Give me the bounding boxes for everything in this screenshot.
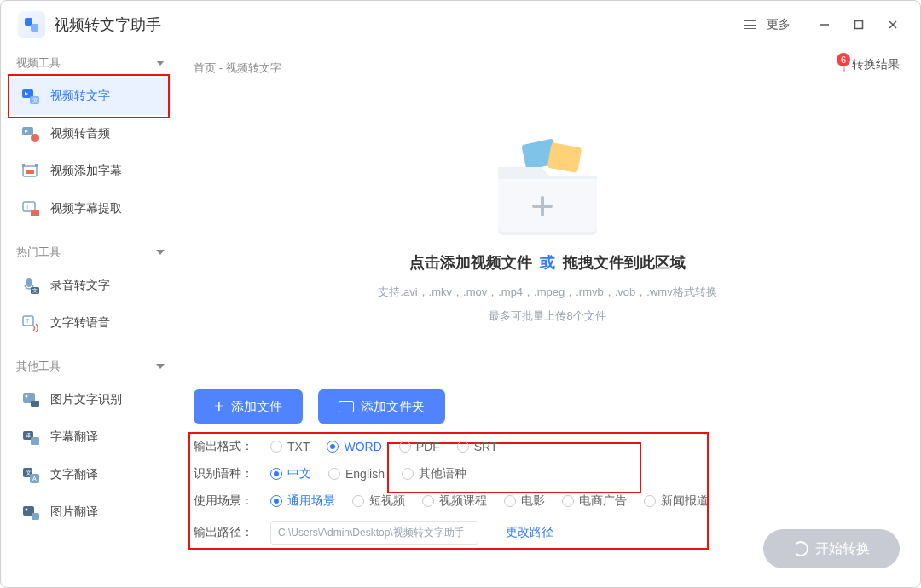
radio-other-lang[interactable]: 其他语种 bbox=[402, 466, 466, 481]
app-title: 视频转文字助手 bbox=[54, 14, 161, 35]
sidebar-item-label: 字幕翻译 bbox=[50, 429, 98, 445]
opt: 视频课程 bbox=[439, 493, 487, 509]
add-buttons: + 添加文件 添加文件夹 bbox=[194, 389, 901, 424]
svg-text:文: 文 bbox=[32, 97, 38, 103]
opt: English bbox=[345, 467, 385, 481]
image-ocr-icon bbox=[21, 390, 40, 409]
svg-text:译: 译 bbox=[26, 433, 31, 438]
sidebar-group-head[interactable]: 热门工具 bbox=[9, 238, 171, 267]
breadcrumb: 首页 - 视频转文字 bbox=[194, 61, 901, 76]
opt: 通用场景 bbox=[287, 493, 335, 509]
add-file-button[interactable]: + 添加文件 bbox=[194, 389, 303, 424]
sidebar: 视频工具 文 视频转文字 视频转音频 视频添加字幕 T 视频字幕提取 bbox=[1, 49, 180, 587]
path-label: 输出路径： bbox=[194, 525, 253, 540]
maximize-button[interactable] bbox=[842, 8, 876, 42]
svg-text:T: T bbox=[26, 204, 30, 210]
sidebar-item-text-to-speech[interactable]: T 文字转语音 bbox=[9, 304, 171, 342]
sidebar-item-label: 视频添加字幕 bbox=[50, 164, 122, 179]
radio-short-video[interactable]: 短视频 bbox=[352, 493, 405, 509]
radio-course[interactable]: 视频课程 bbox=[422, 493, 487, 509]
output-format-label: 输出格式： bbox=[194, 439, 253, 454]
output-format-row: 输出格式： TXT WORD PDF SRT bbox=[194, 439, 901, 454]
sidebar-group-head[interactable]: 视频工具 bbox=[9, 49, 171, 78]
opt: PDF bbox=[416, 440, 440, 453]
sidebar-item-image-translate[interactable]: 图片翻译 bbox=[9, 493, 171, 531]
video-audio-icon bbox=[21, 124, 40, 143]
opt: 电商广告 bbox=[579, 493, 627, 509]
radio-word[interactable]: WORD bbox=[327, 440, 381, 453]
radio-news[interactable]: 新闻报道 bbox=[644, 493, 709, 509]
opt: 中文 bbox=[287, 466, 311, 481]
minimize-button[interactable] bbox=[808, 8, 842, 42]
sidebar-item-video-to-text[interactable]: 文 视频转文字 bbox=[9, 78, 171, 115]
change-path-link[interactable]: 更改路径 bbox=[506, 525, 553, 540]
more-menu[interactable]: 更多 bbox=[744, 17, 791, 32]
language-label: 识别语种： bbox=[194, 466, 253, 481]
results-button[interactable]: 6 转换结果 bbox=[843, 57, 900, 72]
svg-rect-39 bbox=[547, 142, 582, 173]
image-translate-icon bbox=[21, 503, 40, 522]
sidebar-item-label: 文字翻译 bbox=[50, 467, 98, 482]
radio-pdf[interactable]: PDF bbox=[399, 440, 440, 453]
start-convert-button[interactable]: 开始转换 bbox=[763, 529, 900, 568]
refresh-icon bbox=[793, 541, 808, 556]
svg-rect-1 bbox=[31, 24, 38, 32]
drop-title: 点击添加视频文件 或 拖拽文件到此区域 bbox=[409, 252, 686, 273]
drop-title-right: 拖拽文件到此区域 bbox=[563, 254, 686, 271]
breadcrumb-home[interactable]: 首页 bbox=[194, 61, 216, 74]
svg-rect-15 bbox=[35, 164, 38, 167]
sidebar-group-other: 其他工具 图片文字识别 译 字幕翻译 文A 文字翻译 图片翻译 bbox=[9, 352, 171, 531]
drop-supports: 支持.avi，.mkv，.mov，.mp4，.mpeg，.rmvb，.vob，.… bbox=[378, 285, 716, 300]
radio-chinese[interactable]: 中文 bbox=[270, 466, 311, 481]
sidebar-item-label: 视频转文字 bbox=[50, 89, 110, 104]
chevron-down-icon bbox=[156, 364, 165, 369]
group-label: 视频工具 bbox=[16, 55, 61, 71]
svg-point-12 bbox=[31, 134, 39, 142]
drop-zone[interactable]: 点击添加视频文件 或 拖拽文件到此区域 支持.avi，.mkv，.mov，.mp… bbox=[194, 101, 901, 384]
tts-icon: T bbox=[21, 314, 40, 332]
svg-rect-19 bbox=[31, 210, 39, 216]
output-path-input[interactable] bbox=[270, 521, 478, 545]
sidebar-item-audio-to-text[interactable]: 文 录音转文字 bbox=[9, 267, 171, 304]
svg-point-26 bbox=[26, 395, 28, 398]
group-label: 热门工具 bbox=[16, 245, 61, 260]
sidebar-item-ocr[interactable]: 图片文字识别 bbox=[9, 381, 171, 418]
group-label: 其他工具 bbox=[16, 359, 61, 374]
opt: 新闻报道 bbox=[661, 493, 709, 509]
sidebar-item-label: 视频字幕提取 bbox=[50, 201, 122, 216]
sidebar-item-video-to-audio[interactable]: 视频转音频 bbox=[9, 115, 171, 153]
opt: 短视频 bbox=[369, 493, 405, 509]
radio-movie[interactable]: 电影 bbox=[504, 493, 545, 509]
sidebar-item-text-translate[interactable]: 文A 文字翻译 bbox=[9, 456, 171, 493]
radio-english[interactable]: English bbox=[328, 467, 385, 481]
sidebar-item-subtitle-translate[interactable]: 译 字幕翻译 bbox=[9, 418, 171, 456]
radio-srt[interactable]: SRT bbox=[457, 440, 498, 453]
titlebar: 视频转文字助手 更多 bbox=[1, 1, 920, 49]
main: 首页 - 视频转文字 6 转换结果 bbox=[180, 49, 920, 587]
sidebar-group-head[interactable]: 其他工具 bbox=[9, 352, 171, 381]
subtitle-translate-icon: 译 bbox=[21, 428, 40, 447]
chevron-down-icon bbox=[156, 250, 165, 255]
radio-ecommerce[interactable]: 电商广告 bbox=[562, 493, 627, 509]
sidebar-item-label: 图片文字识别 bbox=[50, 392, 122, 407]
drop-limit: 最多可批量上传8个文件 bbox=[489, 308, 605, 324]
radio-general[interactable]: 通用场景 bbox=[270, 493, 335, 509]
folder-illustration bbox=[462, 116, 633, 244]
language-row: 识别语种： 中文 English 其他语种 bbox=[194, 466, 901, 481]
sidebar-group-video: 视频工具 文 视频转文字 视频转音频 视频添加字幕 T 视频字幕提取 bbox=[9, 49, 171, 228]
video-text-icon: 文 bbox=[21, 87, 40, 106]
svg-text:T: T bbox=[26, 318, 30, 324]
sidebar-item-extract-subtitle[interactable]: T 视频字幕提取 bbox=[9, 190, 171, 228]
folder-icon bbox=[339, 401, 354, 412]
sidebar-item-label: 图片翻译 bbox=[50, 504, 98, 520]
add-file-label: 添加文件 bbox=[231, 399, 282, 415]
opt: WORD bbox=[344, 440, 381, 453]
svg-rect-3 bbox=[855, 21, 863, 29]
text-translate-icon: 文A bbox=[21, 465, 40, 484]
sidebar-item-add-subtitle[interactable]: 视频添加字幕 bbox=[9, 153, 171, 190]
svg-rect-37 bbox=[32, 513, 39, 520]
svg-rect-14 bbox=[22, 164, 25, 167]
close-button[interactable] bbox=[876, 8, 910, 42]
add-folder-button[interactable]: 添加文件夹 bbox=[318, 389, 445, 424]
radio-txt[interactable]: TXT bbox=[270, 440, 310, 453]
